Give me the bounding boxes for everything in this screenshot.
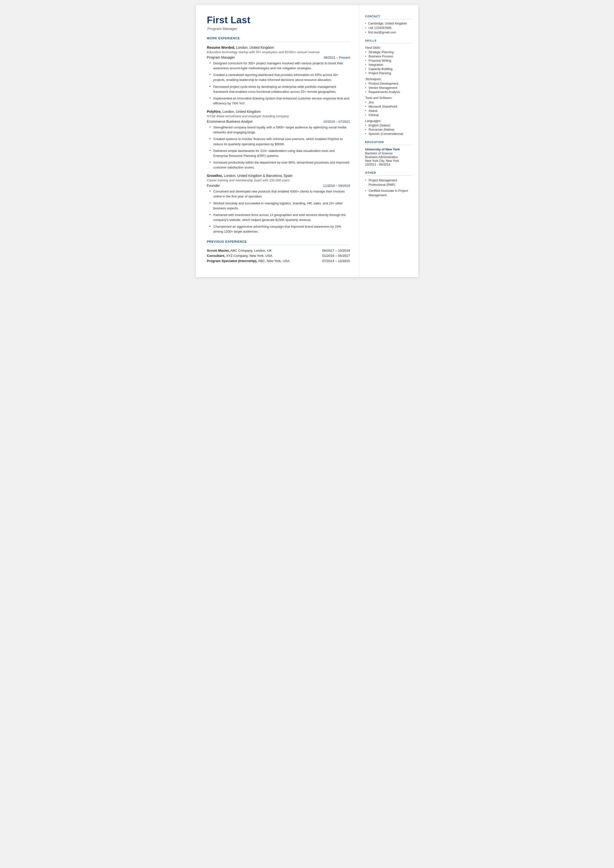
edu-location: New York City, New York xyxy=(365,159,412,163)
job-dates-1: 08/2021 – Present xyxy=(324,56,350,59)
job-row-3: Founder 11/2018 – 09/2019 xyxy=(207,183,350,188)
prev-experience-header: PREVIOUS EXPERIENCE xyxy=(207,240,350,245)
edu-field: Business Administration xyxy=(365,155,412,159)
edu-degree: Bachelor of Science xyxy=(365,152,412,155)
hard-skills-label: Hard Skills: xyxy=(365,46,412,50)
bullet-2-1: Strengthened company brand loyalty with … xyxy=(209,125,350,135)
skill-vendor-management: Vendor Management xyxy=(365,86,412,90)
company-1-bold: Resume Worded, xyxy=(207,45,235,50)
bullet-2-3: Delivered simple dashboards for 210+ sta… xyxy=(209,149,350,158)
bullet-3-1: Conceived and developed new products tha… xyxy=(209,189,350,199)
techniques-list: Product Development Vendor Management Re… xyxy=(365,82,412,94)
contact-header: CONTACT xyxy=(365,15,412,19)
company-2-location: London, United Kingdom xyxy=(222,110,260,113)
skill-strategic-planning: Strategic Planning xyxy=(365,50,412,54)
skill-requirements-analysis: Requirements Analysis xyxy=(365,90,412,94)
edu-institution: University of New York xyxy=(365,148,412,151)
job-block-1: Resume Worded, London, United Kingdom Ed… xyxy=(207,45,350,106)
company-1-location: London, United Kingdom xyxy=(235,45,274,50)
languages-label: Languages: xyxy=(365,119,412,123)
skill-project-planning: Project Planning xyxy=(365,71,412,75)
skill-product-development: Product Development xyxy=(365,82,412,85)
prev-title-1: Scrum Master, ABC Company, London, UK xyxy=(207,248,272,252)
contact-section: CONTACT Cambridge, United Kingdom +44 12… xyxy=(365,15,412,34)
job-dates-3: 11/2018 – 09/2019 xyxy=(323,184,350,188)
skills-section: SKILLS Hard Skills: Strategic Planning B… xyxy=(365,39,412,136)
edu-dates: 10/2011 - 06/2014 xyxy=(365,163,412,166)
job-row-1: Program Manager 08/2021 – Present xyxy=(207,56,350,59)
work-experience-header: WORK EXPERIENCE xyxy=(207,37,350,42)
left-column: First Last Program Manager WORK EXPERIEN… xyxy=(196,5,359,277)
company-2-bold: Polyhire, xyxy=(207,110,222,113)
job-dates-2: 10/2019 – 07/2021 xyxy=(323,120,350,123)
company-name-2: Polyhire, London, United Kingdom xyxy=(207,109,350,114)
company-name-1: Resume Worded, London, United Kingdom xyxy=(207,45,350,50)
contact-address: Cambridge, United Kingdom xyxy=(365,22,412,25)
lang-english: English (Native) xyxy=(365,124,412,127)
prev-dates-2: 01/2016 – 05/2017 xyxy=(322,254,350,258)
bullet-3-4: Championed an aggressive advertising cam… xyxy=(209,224,350,234)
skill-asana: Asana xyxy=(365,109,412,113)
skills-header: SKILLS xyxy=(365,39,412,43)
languages-list: English (Native) Romanian (Native) Spani… xyxy=(365,124,412,136)
company-1-tagline: Education technology startup with 50+ em… xyxy=(207,50,350,54)
other-item-2: Certified Associate in Project Managemen… xyxy=(365,189,412,197)
prev-dates-3: 07/2014 – 12/2015 xyxy=(322,259,350,263)
contact-list: Cambridge, United Kingdom +44 1234567890… xyxy=(365,22,412,34)
other-header: OTHER xyxy=(365,171,412,175)
bullet-1-1: Designed curriculum for 350+ project man… xyxy=(209,61,350,71)
lang-spanish: Spanish (Conversational) xyxy=(365,132,412,136)
prev-title-3: Program Specialist (Internship), ABC, Ne… xyxy=(207,259,290,263)
other-item-1: Project Management Professional (PMP) xyxy=(365,178,412,187)
company-2-tagline: NYSE-listed recruitment and employer bra… xyxy=(207,114,350,118)
job-block-2: Polyhire, London, United Kingdom NYSE-li… xyxy=(207,109,350,170)
other-section: OTHER Project Management Professional (P… xyxy=(365,171,412,198)
resume-page: First Last Program Manager WORK EXPERIEN… xyxy=(196,5,419,277)
job-title-2: Ecommerce Business Analyst xyxy=(207,120,253,123)
skill-business-process: Business Process xyxy=(365,55,412,58)
skill-sharepoint: Microsoft SharePoint xyxy=(365,105,412,109)
bullet-3-3: Partnered with investment firms across 1… xyxy=(209,213,350,222)
prev-exp-row-3: Program Specialist (Internship), ABC, Ne… xyxy=(207,259,350,263)
prev-exp-row-2: Consultant, XYZ Company, New York, USA 0… xyxy=(207,254,350,258)
bullet-3-2: Worked remotely and succeeded in managin… xyxy=(209,201,350,211)
job-bullets-2: Strengthened company brand loyalty with … xyxy=(207,125,350,170)
bullet-1-3: Decreased project cycle times by develop… xyxy=(209,84,350,94)
tools-list: Jira Microsoft SharePoint Asana Clickup xyxy=(365,101,412,117)
right-column: CONTACT Cambridge, United Kingdom +44 12… xyxy=(359,5,419,277)
candidate-title: Program Manager xyxy=(208,26,350,31)
job-row-2: Ecommerce Business Analyst 10/2019 – 07/… xyxy=(207,120,350,123)
job-bullets-1: Designed curriculum for 350+ project man… xyxy=(207,61,350,106)
skill-proposal-writing: Proposal Writing xyxy=(365,59,412,62)
contact-phone: +44 1234567890 xyxy=(365,26,412,30)
bullet-2-4: Increased productivity within the depart… xyxy=(209,160,350,170)
prev-dates-1: 06/2017 – 10/2018 xyxy=(322,248,350,252)
skill-capacity-building: Capacity Building xyxy=(365,67,412,71)
bullet-1-4: Implemented an innovative ticketing syst… xyxy=(209,96,350,106)
skill-clickup: Clickup xyxy=(365,113,412,117)
prev-exp-row-1: Scrum Master, ABC Company, London, UK 06… xyxy=(207,248,350,252)
skill-jira: Jira xyxy=(365,101,412,104)
job-title-3: Founder xyxy=(207,183,220,188)
name-section: First Last Program Manager xyxy=(207,15,350,31)
candidate-name: First Last xyxy=(207,15,350,25)
education-section: EDUCATION University of New York Bachelo… xyxy=(365,141,412,166)
other-list: Project Management Professional (PMP) Ce… xyxy=(365,178,412,198)
techniques-label: Techniques: xyxy=(365,78,412,81)
bullet-1-2: Created a centralized reporting dashboar… xyxy=(209,73,350,82)
company-3-bold: Growthsi, xyxy=(207,174,223,178)
job-block-3: Growthsi, London, United Kingdom & Barce… xyxy=(207,174,350,234)
job-bullets-3: Conceived and developed new products tha… xyxy=(207,189,350,234)
prev-title-2: Consultant, XYZ Company, New York, USA xyxy=(207,254,273,258)
skill-integration: Integration xyxy=(365,63,412,67)
education-header: EDUCATION xyxy=(365,141,412,145)
company-3-location: London, United Kingdom & Barcelona, Spai… xyxy=(223,174,293,178)
company-3-tagline: Career training and membership SaaS with… xyxy=(207,179,350,182)
hard-skills-list: Strategic Planning Business Process Prop… xyxy=(365,50,412,75)
bullet-2-2: Created systems to monitor finances with… xyxy=(209,137,350,146)
tools-label: Tools and Software: xyxy=(365,96,412,100)
company-name-3: Growthsi, London, United Kingdom & Barce… xyxy=(207,174,350,178)
job-title-1: Program Manager xyxy=(207,56,235,59)
contact-email: first.last@gmail.com xyxy=(365,31,412,34)
lang-romanian: Romanian (Native) xyxy=(365,128,412,131)
